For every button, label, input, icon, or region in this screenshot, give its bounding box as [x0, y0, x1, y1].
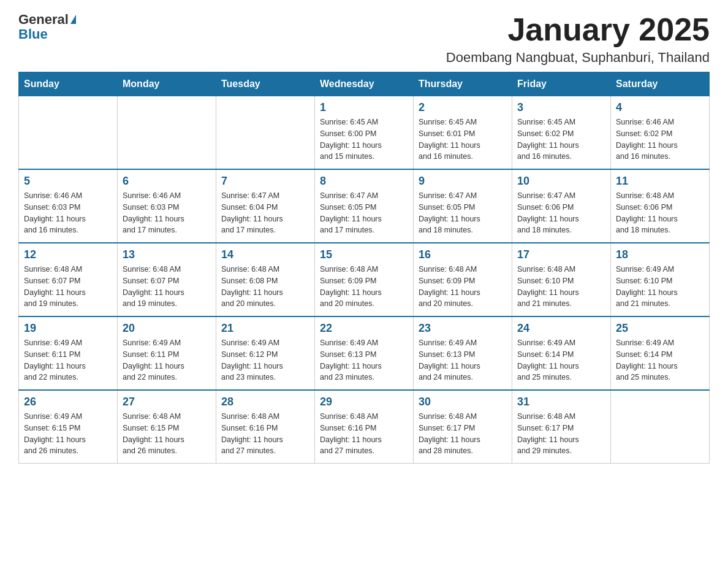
logo-arrow-icon [70, 15, 76, 24]
day-cell: 10Sunrise: 6:47 AM Sunset: 6:06 PM Dayli… [512, 169, 611, 243]
day-number: 25 [616, 322, 704, 335]
day-number: 13 [123, 248, 211, 261]
day-info: Sunrise: 6:48 AM Sunset: 6:16 PM Dayligh… [221, 411, 309, 457]
calendar-title: January 2025 [446, 12, 710, 47]
day-number: 24 [517, 322, 605, 335]
day-number: 1 [320, 101, 408, 114]
day-number: 26 [24, 396, 112, 408]
day-info: Sunrise: 6:45 AM Sunset: 6:01 PM Dayligh… [419, 117, 507, 163]
day-number: 10 [517, 175, 605, 188]
day-info: Sunrise: 6:49 AM Sunset: 6:11 PM Dayligh… [123, 337, 211, 383]
day-info: Sunrise: 6:48 AM Sunset: 6:16 PM Dayligh… [320, 411, 408, 457]
day-number: 17 [517, 248, 605, 261]
logo-general: General [18, 12, 69, 27]
page-header: General Blue January 2025 Doembang Nangb… [18, 12, 710, 66]
day-number: 27 [123, 396, 211, 408]
day-number: 20 [123, 322, 211, 335]
day-cell: 14Sunrise: 6:48 AM Sunset: 6:08 PM Dayli… [216, 243, 315, 316]
day-number: 12 [24, 248, 112, 261]
day-cell: 11Sunrise: 6:48 AM Sunset: 6:06 PM Dayli… [611, 169, 710, 243]
day-info: Sunrise: 6:48 AM Sunset: 6:07 PM Dayligh… [24, 264, 112, 310]
day-number: 6 [123, 175, 211, 188]
logo-blue: Blue [18, 26, 48, 42]
day-cell: 16Sunrise: 6:48 AM Sunset: 6:09 PM Dayli… [414, 243, 512, 316]
header-cell-friday: Friday [512, 72, 611, 96]
day-number: 9 [419, 175, 507, 188]
day-info: Sunrise: 6:48 AM Sunset: 6:06 PM Dayligh… [616, 190, 704, 236]
day-cell: 20Sunrise: 6:49 AM Sunset: 6:11 PM Dayli… [118, 316, 216, 390]
week-row-5: 26Sunrise: 6:49 AM Sunset: 6:15 PM Dayli… [19, 390, 710, 464]
day-cell: 13Sunrise: 6:48 AM Sunset: 6:07 PM Dayli… [118, 243, 216, 316]
day-cell: 25Sunrise: 6:49 AM Sunset: 6:14 PM Dayli… [611, 316, 710, 390]
day-info: Sunrise: 6:45 AM Sunset: 6:02 PM Dayligh… [517, 117, 605, 163]
day-info: Sunrise: 6:49 AM Sunset: 6:15 PM Dayligh… [24, 411, 112, 457]
header-cell-thursday: Thursday [414, 72, 512, 96]
day-cell: 12Sunrise: 6:48 AM Sunset: 6:07 PM Dayli… [19, 243, 118, 316]
day-info: Sunrise: 6:49 AM Sunset: 6:14 PM Dayligh… [616, 337, 704, 383]
day-number: 7 [221, 175, 309, 188]
day-info: Sunrise: 6:48 AM Sunset: 6:10 PM Dayligh… [517, 264, 605, 310]
day-info: Sunrise: 6:48 AM Sunset: 6:07 PM Dayligh… [123, 264, 211, 310]
day-info: Sunrise: 6:49 AM Sunset: 6:12 PM Dayligh… [221, 337, 309, 383]
calendar-table: SundayMondayTuesdayWednesdayThursdayFrid… [18, 72, 710, 464]
day-info: Sunrise: 6:48 AM Sunset: 6:15 PM Dayligh… [123, 411, 211, 457]
week-row-3: 12Sunrise: 6:48 AM Sunset: 6:07 PM Dayli… [19, 243, 710, 316]
day-cell [216, 96, 315, 170]
day-cell: 27Sunrise: 6:48 AM Sunset: 6:15 PM Dayli… [118, 390, 216, 464]
day-number: 30 [419, 396, 507, 408]
week-row-4: 19Sunrise: 6:49 AM Sunset: 6:11 PM Dayli… [19, 316, 710, 390]
week-row-1: 1Sunrise: 6:45 AM Sunset: 6:00 PM Daylig… [19, 96, 710, 170]
day-number: 14 [221, 248, 309, 261]
day-cell: 22Sunrise: 6:49 AM Sunset: 6:13 PM Dayli… [315, 316, 414, 390]
day-cell: 24Sunrise: 6:49 AM Sunset: 6:14 PM Dayli… [512, 316, 611, 390]
day-info: Sunrise: 6:46 AM Sunset: 6:03 PM Dayligh… [24, 190, 112, 236]
day-info: Sunrise: 6:49 AM Sunset: 6:14 PM Dayligh… [517, 337, 605, 383]
day-info: Sunrise: 6:46 AM Sunset: 6:02 PM Dayligh… [616, 117, 704, 163]
day-cell: 8Sunrise: 6:47 AM Sunset: 6:05 PM Daylig… [315, 169, 414, 243]
header-cell-saturday: Saturday [611, 72, 710, 96]
day-number: 2 [419, 101, 507, 114]
day-info: Sunrise: 6:48 AM Sunset: 6:17 PM Dayligh… [419, 411, 507, 457]
day-number: 18 [616, 248, 704, 261]
header-row: SundayMondayTuesdayWednesdayThursdayFrid… [19, 72, 710, 96]
day-number: 11 [616, 175, 704, 188]
day-number: 31 [517, 396, 605, 408]
day-cell: 7Sunrise: 6:47 AM Sunset: 6:04 PM Daylig… [216, 169, 315, 243]
day-cell: 4Sunrise: 6:46 AM Sunset: 6:02 PM Daylig… [611, 96, 710, 170]
day-cell: 15Sunrise: 6:48 AM Sunset: 6:09 PM Dayli… [315, 243, 414, 316]
day-info: Sunrise: 6:49 AM Sunset: 6:13 PM Dayligh… [419, 337, 507, 383]
day-cell: 31Sunrise: 6:48 AM Sunset: 6:17 PM Dayli… [512, 390, 611, 464]
day-cell [19, 96, 118, 170]
day-number: 29 [320, 396, 408, 408]
day-info: Sunrise: 6:48 AM Sunset: 6:09 PM Dayligh… [419, 264, 507, 310]
day-number: 16 [419, 248, 507, 261]
day-cell: 30Sunrise: 6:48 AM Sunset: 6:17 PM Dayli… [414, 390, 512, 464]
day-info: Sunrise: 6:48 AM Sunset: 6:17 PM Dayligh… [517, 411, 605, 457]
day-info: Sunrise: 6:49 AM Sunset: 6:11 PM Dayligh… [24, 337, 112, 383]
day-number: 28 [221, 396, 309, 408]
header-cell-monday: Monday [118, 72, 216, 96]
day-info: Sunrise: 6:49 AM Sunset: 6:13 PM Dayligh… [320, 337, 408, 383]
day-cell: 29Sunrise: 6:48 AM Sunset: 6:16 PM Dayli… [315, 390, 414, 464]
header-cell-wednesday: Wednesday [315, 72, 414, 96]
day-cell: 2Sunrise: 6:45 AM Sunset: 6:01 PM Daylig… [414, 96, 512, 170]
day-cell: 26Sunrise: 6:49 AM Sunset: 6:15 PM Dayli… [19, 390, 118, 464]
day-cell: 23Sunrise: 6:49 AM Sunset: 6:13 PM Dayli… [414, 316, 512, 390]
header-cell-sunday: Sunday [19, 72, 118, 96]
day-info: Sunrise: 6:46 AM Sunset: 6:03 PM Dayligh… [123, 190, 211, 236]
day-cell: 6Sunrise: 6:46 AM Sunset: 6:03 PM Daylig… [118, 169, 216, 243]
day-number: 4 [616, 101, 704, 114]
day-cell: 1Sunrise: 6:45 AM Sunset: 6:00 PM Daylig… [315, 96, 414, 170]
title-area: January 2025 Doembang Nangbuat, Suphanbu… [446, 12, 710, 66]
day-cell: 18Sunrise: 6:49 AM Sunset: 6:10 PM Dayli… [611, 243, 710, 316]
day-info: Sunrise: 6:48 AM Sunset: 6:08 PM Dayligh… [221, 264, 309, 310]
day-cell: 3Sunrise: 6:45 AM Sunset: 6:02 PM Daylig… [512, 96, 611, 170]
day-number: 8 [320, 175, 408, 188]
day-number: 19 [24, 322, 112, 335]
day-number: 23 [419, 322, 507, 335]
logo: General Blue [18, 12, 76, 42]
day-cell: 9Sunrise: 6:47 AM Sunset: 6:05 PM Daylig… [414, 169, 512, 243]
day-info: Sunrise: 6:47 AM Sunset: 6:04 PM Dayligh… [221, 190, 309, 236]
day-cell: 28Sunrise: 6:48 AM Sunset: 6:16 PM Dayli… [216, 390, 315, 464]
day-info: Sunrise: 6:45 AM Sunset: 6:00 PM Dayligh… [320, 117, 408, 163]
